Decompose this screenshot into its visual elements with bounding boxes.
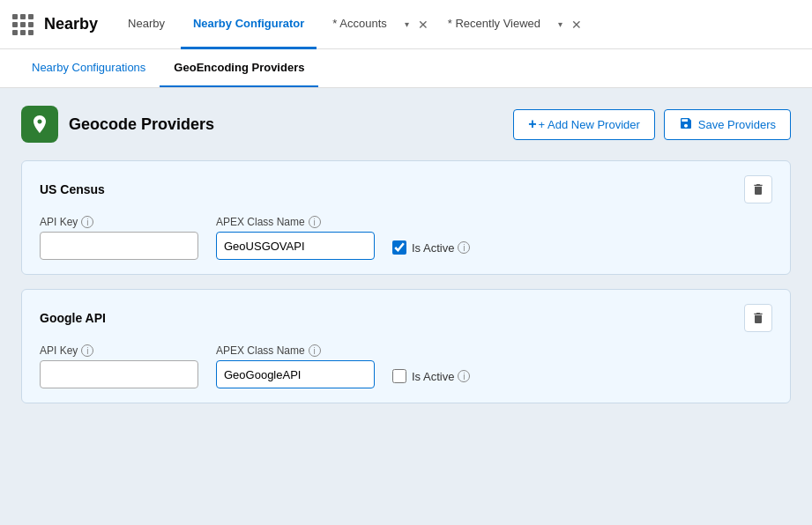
app-name: Nearby bbox=[44, 15, 98, 33]
api-key-input-google-api[interactable] bbox=[40, 360, 198, 388]
nav-tab-nearby-configurator[interactable]: Nearby Configurator bbox=[181, 0, 317, 49]
grid-dots bbox=[12, 14, 34, 35]
is-active-info-icon-google-api[interactable]: i bbox=[458, 370, 470, 382]
header-buttons: + + Add New Provider Save Providers bbox=[513, 109, 791, 140]
provider-fields-google-api: API Key i APEX Class Name i Is Active bbox=[40, 344, 772, 388]
tab-geoencoding-providers[interactable]: GeoEncoding Providers bbox=[160, 48, 318, 87]
top-navigation: Nearby Nearby Nearby Configurator * Acco… bbox=[0, 0, 812, 49]
save-providers-button[interactable]: Save Providers bbox=[664, 109, 791, 140]
plus-icon: + bbox=[528, 116, 536, 132]
recently-viewed-close[interactable]: ✕ bbox=[568, 16, 585, 33]
main-content: Nearby Configurations GeoEncoding Provid… bbox=[0, 49, 812, 525]
page-title: Geocode Providers bbox=[69, 115, 214, 134]
provider-name-us-census: US Census bbox=[40, 182, 105, 196]
page-body: Geocode Providers + + Add New Provider S… bbox=[0, 88, 812, 525]
provider-fields-us-census: API Key i APEX Class Name i Is Active bbox=[40, 216, 772, 260]
geocode-icon bbox=[21, 106, 58, 143]
delete-google-api-button[interactable] bbox=[744, 304, 772, 332]
trash-icon bbox=[751, 182, 765, 196]
apex-class-group-us-census: APEX Class Name i bbox=[216, 216, 375, 260]
provider-card-header-google-api: Google API bbox=[40, 304, 772, 332]
accounts-close[interactable]: ✕ bbox=[414, 16, 432, 33]
apex-class-label-google-api: APEX Class Name i bbox=[216, 344, 375, 357]
delete-us-census-button[interactable] bbox=[744, 175, 772, 203]
tabs-bar: Nearby Configurations GeoEncoding Provid… bbox=[0, 49, 812, 88]
apex-class-label-us-census: APEX Class Name i bbox=[216, 216, 375, 228]
api-key-label-google-api: API Key i bbox=[40, 344, 198, 357]
nav-tab-accounts[interactable]: * Accounts bbox=[320, 0, 399, 49]
is-active-label-google-api: Is Active i bbox=[412, 370, 470, 383]
provider-card-us-census: US Census API Key i APEX C bbox=[21, 160, 791, 275]
is-active-group-google-api: Is Active i bbox=[392, 369, 470, 388]
api-key-group-us-census: API Key i bbox=[40, 216, 198, 260]
is-active-group-us-census: Is Active i bbox=[392, 240, 470, 260]
is-active-checkbox-google-api[interactable] bbox=[392, 369, 406, 383]
apex-class-info-icon-google-api[interactable]: i bbox=[309, 344, 321, 357]
provider-name-google-api: Google API bbox=[40, 311, 106, 325]
trash-icon bbox=[751, 311, 765, 325]
app-grid-icon[interactable] bbox=[11, 12, 35, 37]
apex-class-group-google-api: APEX Class Name i bbox=[216, 344, 375, 388]
apex-class-info-icon-us-census[interactable]: i bbox=[309, 216, 321, 228]
api-key-group-google-api: API Key i bbox=[40, 344, 198, 388]
save-icon bbox=[679, 116, 693, 133]
recently-viewed-chevron[interactable]: ▾ bbox=[556, 18, 564, 31]
accounts-chevron[interactable]: ▾ bbox=[403, 18, 411, 31]
nav-tab-recently-viewed[interactable]: * Recently Viewed bbox=[436, 0, 553, 49]
nav-tab-recently-viewed-group: * Recently Viewed ▾ ✕ bbox=[436, 0, 585, 49]
tab-nearby-configurations[interactable]: Nearby Configurations bbox=[18, 48, 160, 87]
api-key-info-icon-us-census[interactable]: i bbox=[81, 216, 93, 228]
is-active-checkbox-us-census[interactable] bbox=[392, 240, 406, 255]
apex-class-input-us-census[interactable] bbox=[216, 232, 375, 260]
provider-card-google-api: Google API API Key i APEX bbox=[21, 289, 791, 403]
nav-tab-nearby[interactable]: Nearby bbox=[115, 0, 177, 49]
provider-card-header-us-census: US Census bbox=[40, 175, 772, 203]
add-new-provider-button[interactable]: + + Add New Provider bbox=[513, 109, 655, 140]
page-header-left: Geocode Providers bbox=[21, 106, 214, 143]
api-key-input-us-census[interactable] bbox=[40, 232, 198, 260]
api-key-info-icon-google-api[interactable]: i bbox=[81, 344, 93, 357]
is-active-label-us-census: Is Active i bbox=[412, 241, 470, 255]
page-header: Geocode Providers + + Add New Provider S… bbox=[21, 106, 791, 143]
apex-class-input-google-api[interactable] bbox=[216, 360, 375, 388]
api-key-label-us-census: API Key i bbox=[40, 216, 198, 228]
is-active-info-icon-us-census[interactable]: i bbox=[458, 241, 470, 254]
nav-tab-accounts-group: * Accounts ▾ ✕ bbox=[320, 0, 431, 49]
